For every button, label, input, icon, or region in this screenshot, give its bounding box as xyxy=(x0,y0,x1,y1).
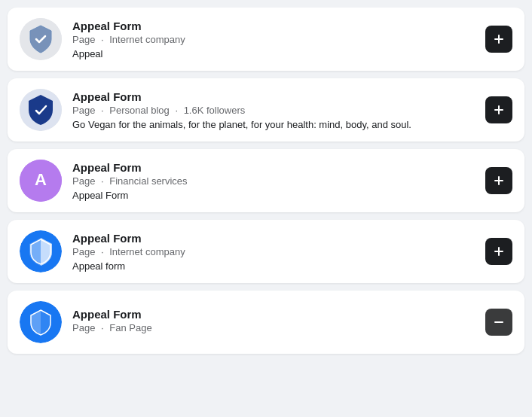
svg-text:A: A xyxy=(35,170,47,189)
avatar xyxy=(20,301,62,343)
card-title: Appeal Form xyxy=(72,232,475,245)
svg-rect-5 xyxy=(494,109,503,111)
add-button[interactable] xyxy=(485,309,512,336)
card-title: Appeal Form xyxy=(72,161,475,174)
list-item: Appeal Form Page · Personal blog · 1.6K … xyxy=(8,78,524,142)
card-desc: Go Vegan for the animals, for the planet… xyxy=(72,119,475,130)
card-title: Appeal Form xyxy=(72,90,475,103)
svg-rect-9 xyxy=(494,180,503,181)
list-item: Appeal Form Page · Internet company Appe… xyxy=(8,220,524,283)
card-title: Appeal Form xyxy=(72,20,475,32)
search-results-list: Appeal Form Page · Internet company Appe… xyxy=(8,8,524,354)
card-content: Appeal Form Page · Personal blog · 1.6K … xyxy=(72,90,475,130)
list-item: A Appeal Form Page · Financial services … xyxy=(8,149,524,212)
card-desc: Appeal form xyxy=(72,260,475,272)
add-button[interactable] xyxy=(485,26,512,53)
card-content: Appeal Form Page · Financial services Ap… xyxy=(72,161,475,201)
card-content: Appeal Form Page · Internet company Appe… xyxy=(72,232,475,272)
card-content: Appeal Form Page · Internet company Appe… xyxy=(72,20,475,59)
avatar: A xyxy=(20,160,62,202)
card-meta: Page · Internet company xyxy=(72,34,475,45)
card-title: Appeal Form xyxy=(72,308,475,321)
card-desc: Appeal Form xyxy=(72,190,475,201)
list-item: Appeal Form Page · Fan Page xyxy=(8,291,524,354)
add-button[interactable] xyxy=(485,238,512,265)
card-meta: Page · Financial services xyxy=(72,175,475,187)
card-desc: Appeal xyxy=(72,48,475,59)
avatar xyxy=(20,18,62,60)
card-meta: Page · Internet company xyxy=(72,246,475,257)
card-meta: Page · Fan Page xyxy=(72,322,475,333)
list-item: Appeal Form Page · Internet company Appe… xyxy=(8,8,524,71)
svg-rect-12 xyxy=(494,251,503,252)
add-button[interactable] xyxy=(485,96,512,123)
card-meta: Page · Personal blog · 1.6K followers xyxy=(72,105,475,116)
card-content: Appeal Form Page · Fan Page xyxy=(72,308,475,336)
avatar xyxy=(20,230,62,272)
svg-rect-14 xyxy=(494,321,503,323)
svg-rect-2 xyxy=(494,38,503,40)
add-button[interactable] xyxy=(485,167,512,194)
avatar xyxy=(20,89,62,131)
